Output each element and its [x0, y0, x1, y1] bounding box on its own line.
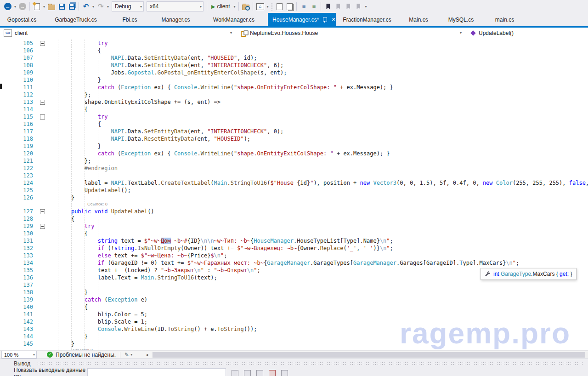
code-text[interactable]: NAPI.Data.ResetEntityData(ent, "HOUSEID"… — [58, 135, 250, 142]
code-line-119[interactable]: 119 } — [0, 142, 588, 150]
code-text[interactable]: shape.OnEntityExitColShape += (s, ent) =… — [58, 98, 220, 106]
code-line-126[interactable]: 126 } — [0, 194, 588, 201]
solution-explorer-home-button[interactable]: ⌂ — [255, 1, 265, 11]
new-file-dropdown[interactable]: ▾ — [42, 1, 46, 11]
new-file-button[interactable] — [32, 1, 41, 11]
code-line-144[interactable]: 144 } — [0, 333, 588, 340]
code-line-142[interactable]: 142 blip.Scale = 1; — [0, 318, 588, 325]
code-text[interactable]: { — [58, 106, 88, 113]
code-text[interactable]: try — [58, 222, 94, 230]
code-line-137[interactable]: 137 — [0, 281, 588, 289]
tab-main-cs[interactable]: Main.cs — [398, 13, 439, 26]
previous-message-icon[interactable] — [244, 370, 251, 376]
next-message-icon[interactable] — [256, 370, 263, 376]
code-text[interactable]: NAPI.Data.SetEntityData(ent, "INTERACTIO… — [58, 128, 283, 135]
code-line-139[interactable]: 139 catch (Exception e) — [0, 296, 588, 303]
code-text[interactable]: try — [58, 40, 107, 47]
open-file-button[interactable] — [47, 1, 56, 11]
start-debugging-dropdown[interactable]: ▾ — [232, 1, 237, 11]
document-health-status[interactable]: Проблемы не найдены. — [56, 352, 116, 358]
code-text[interactable]: try — [58, 113, 107, 120]
code-line-112[interactable]: 112 }; — [0, 91, 588, 98]
code-text[interactable]: Jobs.Gopostal.GoPostal_onEntityEnterColS… — [58, 69, 287, 76]
sync-with-active-document-button[interactable] — [275, 1, 284, 11]
code-text[interactable]: } — [58, 76, 101, 84]
navigate-forward-button[interactable]: → — [18, 1, 27, 11]
code-text[interactable]: }; — [58, 157, 91, 165]
code-editor[interactable]: 105 try106 {107 NAPI.Data.SetEntityData(… — [0, 38, 588, 350]
navigate-back-button[interactable]: ← — [3, 1, 12, 11]
code-line-108[interactable]: 108 NAPI.Data.SetEntityData(ent, "INTERA… — [0, 62, 588, 69]
code-text[interactable]: }; — [58, 91, 91, 98]
start-debugging-button[interactable]: ▶ client — [209, 1, 232, 11]
tab-mysql-cs[interactable]: MySQL.cs — [439, 13, 483, 26]
code-text[interactable]: } — [58, 142, 101, 150]
fold-collapse-icon[interactable] — [40, 224, 45, 229]
home-dropdown[interactable]: ▾ — [265, 1, 270, 11]
code-text[interactable]: text += (Locked) ? "~b~Закрыт\n" : "~b~О… — [58, 267, 260, 274]
code-line-113[interactable]: 113 shape.OnEntityExitColShape += (s, en… — [0, 98, 588, 106]
code-line-138[interactable]: 138 } — [0, 289, 588, 296]
code-text[interactable]: string text = $"~w~Дом ~b~#{ID}\n\n~w~Ти… — [58, 237, 393, 245]
code-text[interactable]: { — [58, 47, 101, 54]
code-line-106[interactable]: 106 { — [0, 47, 588, 54]
find-in-files-button[interactable] — [241, 1, 250, 11]
code-line-110[interactable]: 110 } — [0, 76, 588, 84]
code-line-114[interactable]: 114 { — [0, 106, 588, 113]
code-line-134[interactable]: 134 if (GarageID != 0) text += $"~w~Гара… — [0, 259, 588, 267]
code-line-125[interactable]: 125 UpdateLabel(); — [0, 187, 588, 194]
project-dropdown[interactable]: C# client ▾ — [0, 28, 235, 38]
horizontal-scrollbar-thumb[interactable] — [153, 352, 585, 358]
code-text[interactable]: NAPI.Data.SetEntityData(ent, "INTERACTIO… — [58, 62, 283, 69]
output-source-select[interactable] — [87, 368, 226, 376]
code-line-124[interactable]: 124 label = NAPI.TextLabel.CreateTextLab… — [0, 179, 588, 187]
code-line-116[interactable]: 116 { — [0, 120, 588, 128]
clear-bookmarks-button[interactable] — [354, 1, 363, 11]
code-text[interactable]: #endregion — [58, 165, 118, 172]
code-line-105[interactable]: 105 try — [0, 40, 588, 47]
code-line-141[interactable]: 141 blip.Color = 5; — [0, 311, 588, 318]
tab-fractionmanager-cs[interactable]: FractionManager.cs — [336, 13, 398, 26]
clear-all-icon[interactable] — [269, 370, 276, 376]
tab-housemanager-cs-[interactable]: HouseManager.cs*✕ — [268, 13, 336, 26]
tab-garbagetruck-cs[interactable]: GarbageTruck.cs — [44, 13, 108, 26]
code-text[interactable]: { — [58, 230, 88, 237]
code-line-133[interactable]: 133 else text += $"~w~Цена: ~b~{Price}$\… — [0, 252, 588, 259]
undo-button[interactable]: ↶ — [81, 1, 90, 11]
code-text[interactable]: NAPI.Data.SetEntityData(ent, "HOUSEID", … — [58, 54, 257, 62]
tab-main-cs[interactable]: main.cs — [483, 13, 526, 26]
toolbar-overflow-dropdown[interactable]: ▾ — [363, 1, 368, 11]
code-text[interactable]: label = NAPI.TextLabel.CreateTextLabel(M… — [58, 179, 588, 187]
code-text[interactable]: else text += $"~w~Цена: ~b~{Price}$\n"; — [58, 252, 227, 259]
code-line-111[interactable]: 111 catch (Exception ex) { Console.Write… — [0, 84, 588, 91]
code-line-145[interactable]: 145 } — [0, 340, 588, 348]
fold-collapse-icon[interactable] — [40, 209, 45, 214]
save-button[interactable] — [57, 1, 66, 11]
code-text[interactable]: catch (Exception e) — [58, 296, 147, 303]
code-text[interactable]: catch (Exception ex) { Console.WriteLine… — [58, 84, 393, 91]
code-text[interactable]: { — [58, 215, 74, 222]
code-text[interactable]: blip.Scale = 1; — [58, 318, 147, 325]
code-cleanup-dropdown[interactable]: ▾ — [129, 350, 134, 360]
code-line-115[interactable]: 115 try — [0, 113, 588, 120]
code-text[interactable]: { — [58, 303, 88, 311]
code-line-128[interactable]: 128 { — [0, 215, 588, 222]
code-text[interactable]: } — [58, 340, 74, 348]
toggle-bookmark-button[interactable] — [323, 1, 333, 11]
code-line-130[interactable]: 130 { — [0, 230, 588, 237]
code-text[interactable]: } — [58, 194, 74, 201]
code-text[interactable]: UpdateLabel(); — [58, 187, 131, 194]
find-message-icon[interactable] — [232, 370, 238, 376]
fold-collapse-icon[interactable] — [40, 100, 45, 105]
configuration-select[interactable]: Debug▾ — [112, 1, 144, 11]
code-line-143[interactable]: 143 Console.WriteLine(ID.ToString() + e.… — [0, 325, 588, 333]
uncomment-lines-button[interactable]: ≡ — [309, 1, 318, 11]
tab-gopostal-cs[interactable]: Gopostal.cs — [0, 13, 44, 26]
codelens-references[interactable]: Ссылок: 8 — [0, 201, 588, 208]
tab-fbi-cs[interactable]: Fbi.cs — [108, 13, 152, 26]
zoom-level-select[interactable]: 100 % ▾ — [1, 351, 37, 359]
platform-select[interactable]: x64▾ — [147, 1, 204, 11]
redo-button[interactable]: ↷ — [96, 1, 105, 11]
member-dropdown[interactable]: UpdateLabel() — [467, 28, 588, 38]
save-all-button[interactable] — [67, 1, 76, 11]
